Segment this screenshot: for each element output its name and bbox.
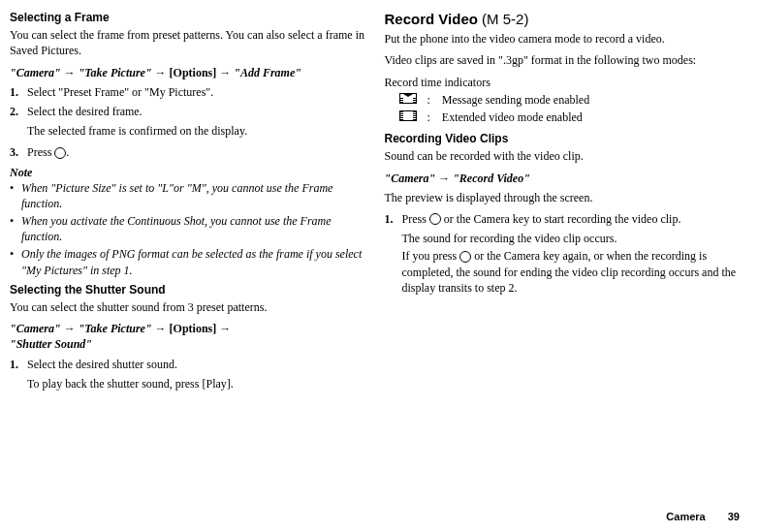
shutter-heading: Selecting the Shutter Sound	[10, 282, 365, 297]
center-key-icon	[459, 251, 471, 263]
note-list: •When "Picture Size" is set to "L"or "M"…	[10, 180, 365, 278]
frame-step-1: Select "Preset Frame" or "My Pictures".	[27, 84, 365, 100]
record-video-heading: Record Video (M 5-2)	[385, 10, 741, 29]
record-video-intro: Put the phone into the video camera mode…	[385, 31, 741, 47]
note-item-2: When you activate the Continuous Shot, y…	[21, 213, 365, 244]
clips-steps: 1. Press or the Camera key to start reco…	[385, 211, 741, 227]
selecting-frame-intro: You can select the frame from preset pat…	[10, 27, 365, 58]
recording-clips-intro: Sound can be recorded with the video cli…	[385, 148, 741, 164]
note-item-3: Only the images of PNG format can be sel…	[21, 246, 365, 277]
frame-step-3: Press .	[27, 144, 365, 160]
shutter-intro: You can select the shutter sound from 3 …	[10, 299, 365, 315]
indicator-row-extended: : Extended video mode enabled	[396, 110, 741, 125]
note-label: Note	[10, 165, 365, 180]
center-key-icon	[54, 147, 66, 159]
record-video-saved: Video clips are saved in ".3gp" format i…	[385, 52, 741, 68]
page-footer: Camera 39	[666, 510, 740, 524]
left-column: Selecting a Frame You can select the fra…	[10, 10, 365, 397]
selecting-frame-heading: Selecting a Frame	[10, 10, 365, 25]
clips-step-1: Press or the Camera key to start recordi…	[402, 211, 741, 227]
note-item-1: When "Picture Size" is set to "L"or "M",…	[21, 180, 365, 211]
footer-section-label: Camera	[666, 511, 705, 522]
frame-step-2-detail: The selected frame is confirmed on the d…	[10, 123, 365, 139]
footer-page-number: 39	[728, 511, 740, 522]
record-video-preview: The preview is displayed through the scr…	[385, 190, 741, 205]
shutter-menu-path: "Camera" → "Take Picture" → [Options] → …	[10, 321, 365, 352]
center-key-icon	[429, 213, 441, 225]
frame-steps-continued: 3. Press .	[10, 144, 365, 160]
message-mode-icon	[396, 93, 420, 107]
extended-mode-icon	[396, 110, 420, 124]
indicator-row-message: : Message sending mode enabled	[396, 92, 741, 108]
shutter-step-1: Select the desired shutter sound.	[27, 357, 365, 372]
frame-steps: 1. Select "Preset Frame" or "My Pictures…	[10, 84, 365, 119]
right-column: Record Video (M 5-2) Put the phone into …	[385, 10, 741, 397]
recording-clips-heading: Recording Video Clips	[385, 131, 741, 146]
record-video-path: "Camera" → "Record Video"	[385, 171, 741, 186]
shutter-steps: 1. Select the desired shutter sound.	[10, 357, 365, 372]
shutter-step-1-detail: To play back the shutter sound, press [P…	[10, 376, 365, 391]
frame-step-2: Select the desired frame.	[27, 104, 365, 119]
clips-step-1-detail-2: If you press or the Camera key again, or…	[385, 248, 741, 296]
frame-menu-path: "Camera" → "Take Picture" → [Options] → …	[10, 65, 365, 80]
indicators-label: Record time indicators	[385, 75, 741, 90]
clips-step-1-detail-1: The sound for recording the video clip o…	[385, 231, 741, 246]
